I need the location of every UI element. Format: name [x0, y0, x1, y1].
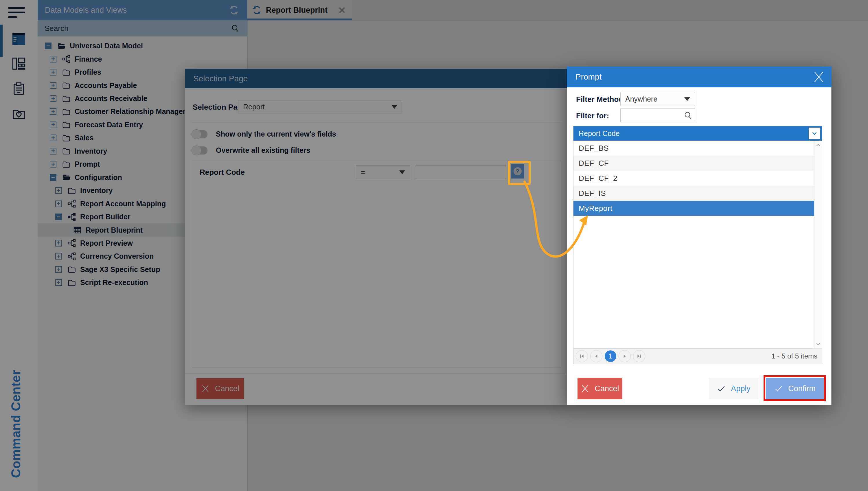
check-icon — [717, 384, 726, 393]
search-icon[interactable] — [684, 111, 693, 120]
scroll-down-icon[interactable] — [815, 341, 821, 347]
report-code-list: Report Code DEF_BSDEF_CFDEF_CF_2DEF_ISMy… — [573, 126, 822, 364]
prompt-dialog: Prompt Filter Method: Anywhere Filter fo… — [567, 66, 832, 405]
dialog-title: Prompt — [576, 72, 602, 82]
list-rows: DEF_BSDEF_CFDEF_CF_2DEF_ISMyReport — [574, 141, 814, 349]
list-column-header[interactable]: Report Code — [574, 126, 822, 141]
scrollbar[interactable] — [814, 141, 822, 349]
filter-method-dropdown[interactable]: Anywhere — [620, 92, 695, 106]
list-item-def-cf-2[interactable]: DEF_CF_2 — [574, 171, 814, 186]
scroll-up-icon[interactable] — [815, 142, 821, 148]
list-item-def-cf[interactable]: DEF_CF — [574, 156, 814, 171]
pager-current-page[interactable]: 1 — [605, 350, 616, 362]
close-icon[interactable] — [812, 70, 825, 83]
list-item-def-is[interactable]: DEF_IS — [574, 186, 814, 201]
annotation-highlight-help-button — [508, 161, 531, 185]
prompt-dialog-header: Prompt — [567, 66, 832, 87]
column-menu-button[interactable] — [809, 127, 820, 139]
annotation-highlight-confirm-button — [763, 375, 826, 401]
pager-first-button[interactable] — [576, 350, 588, 362]
pager-next-button[interactable] — [618, 350, 631, 362]
list-item-myreport[interactable]: MyReport — [574, 201, 814, 216]
pager-summary: 1 - 5 of 5 items — [771, 352, 817, 360]
pager-prev-button[interactable] — [590, 350, 602, 362]
cancel-button[interactable]: Cancel — [578, 378, 623, 399]
app-screen: Command Center Data Models and Views −Un… — [0, 0, 868, 491]
pagination-bar: 1 1 - 5 of 5 items — [574, 348, 822, 364]
list-item-label: MyReport — [579, 204, 612, 213]
list-item-label: DEF_CF_2 — [579, 174, 617, 183]
filter-for-label: Filter for: — [576, 111, 609, 120]
apply-button[interactable]: Apply — [709, 378, 759, 399]
x-icon — [581, 384, 589, 393]
pager-last-button[interactable] — [633, 350, 645, 362]
list-item-label: DEF_BS — [579, 144, 609, 153]
chevron-down-icon — [684, 97, 690, 101]
filter-method-label: Filter Method: — [576, 95, 626, 104]
list-item-def-bs[interactable]: DEF_BS — [574, 141, 814, 156]
list-item-label: DEF_IS — [579, 189, 606, 198]
list-item-label: DEF_CF — [579, 159, 609, 168]
